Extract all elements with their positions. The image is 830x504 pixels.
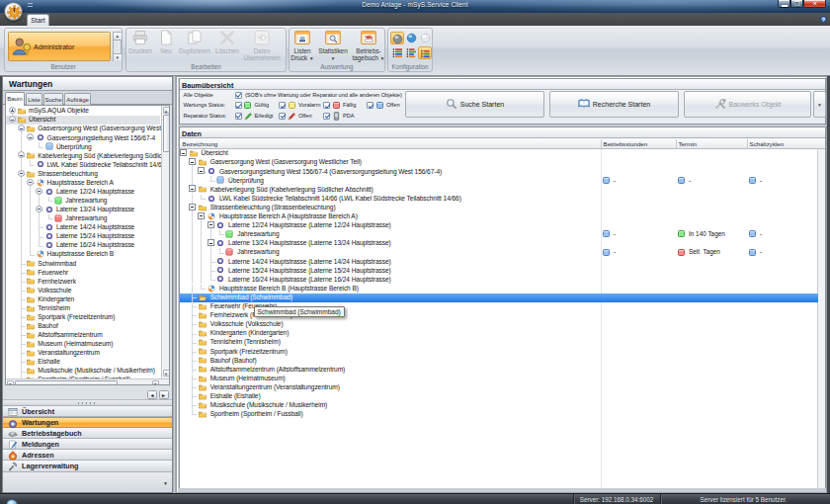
checkbox-pda[interactable] [323,113,330,120]
collapse-icon[interactable] [27,133,34,140]
left-tree-row[interactable]: Überprüfung [6,142,169,151]
left-tree-row[interactable]: Sportpark (Freizeitzentrum) [6,313,169,322]
checkbox-offen[interactable] [279,113,286,120]
sidebar-item-wartungen[interactable]: Wartungen [3,417,172,428]
left-tree-row[interactable]: Gasversorgungsleitung West 156/67-4 [6,133,169,142]
collapse-icon[interactable] [189,158,196,165]
config-button-sphere-light[interactable] [418,32,432,44]
left-tree-row[interactable]: Museum (Heimatmuseum) [6,340,169,349]
ribbon-button-duplizieren[interactable]: Duplizieren [174,29,215,66]
tree-horizontal-scrollbar[interactable]: ◄ ::: ► [6,378,170,385]
ribbon-button-statistiken[interactable]: Statistiken▼ [314,29,352,66]
user-administrator-button[interactable]: Administrator [8,32,111,61]
table-row[interactable]: Überprüfung--- [180,176,825,185]
config-button-sphere-blue[interactable] [404,32,418,44]
scroll-right-icon[interactable]: ► [152,380,159,386]
action-bauwerks-objekt[interactable]: Bauwerks Objekt [684,91,811,118]
scroll-down-icon[interactable]: ▼ [114,53,122,61]
table-row[interactable]: Museum (Heimatmuseum) [180,375,825,383]
minimize-button[interactable]: ▬ [778,0,790,8]
left-tree-row[interactable]: Laterne 13/24 Hauptstrasse [6,206,169,214]
tree-prev-button[interactable]: ◄ [147,390,157,399]
table-row[interactable]: Sportheim (Sportheim / Fussball) [180,410,825,419]
collapse-icon[interactable] [198,212,205,219]
table-row[interactable]: Altstoffsammelzentrum (Altstoffsammelzen… [180,365,825,374]
table-row[interactable]: Bauhof (Bauhof) [180,356,825,365]
left-tree-row[interactable]: Tennisheim [6,304,169,313]
table-row[interactable]: Hauptstrasse Bereich A (Hauptstrasse Ber… [180,212,825,221]
collapse-icon[interactable] [18,170,25,177]
left-tree-row[interactable]: Laterne 16/24 Hauptstrasse [6,241,169,250]
application-button[interactable] [4,2,23,21]
table-row[interactable]: Volksschule (Volksschule) [180,320,825,329]
column-schaltzyklen[interactable]: Schaltzyklen [750,140,785,147]
collapse-icon[interactable] [36,188,42,195]
table-row[interactable]: Veranstaltungzentrum (Veranstaltungzentr… [180,383,825,392]
left-tree-row[interactable]: Laterne 15/24 Hauptstrasse [6,232,169,241]
scroll-up-icon[interactable]: ▲ [163,107,170,114]
table-row[interactable]: Laterne 13/24 Hauptstrasse (Laterne 13/2… [180,239,825,248]
checkbox-voralarm[interactable] [279,102,286,109]
close-button[interactable]: ✕ [803,0,826,8]
scroll-down-icon[interactable]: ▼ [163,370,170,377]
collapse-icon[interactable] [208,221,214,228]
ribbon-button-l-schen[interactable]: Löschen [210,29,244,66]
table-row[interactable]: Tennisheim (Tennisheim) [180,338,825,347]
left-tree-row[interactable]: Hauptstrasse Bereich A [6,179,169,188]
checkbox-erledigt[interactable] [235,113,242,120]
left-tree-row[interactable]: Fernheizwerk [6,277,169,286]
left-tree-row[interactable]: Schwimmbad [6,259,169,268]
table-row[interactable]: Kindergarten (Kindergarten) [180,329,825,338]
tab-start[interactable]: Start [27,14,49,26]
table-row[interactable]: Eishalle (Eishalle) [180,392,825,401]
action-suche-starten[interactable]: Suche Starten [405,91,544,118]
table-row[interactable]: LWL Kabel Südstrecke Teilabschnitt 14/66… [180,195,825,204]
left-tree-row[interactable]: Bauhof [6,322,169,331]
left-tree-row[interactable]: Volksschule [6,286,169,294]
table-row[interactable]: Laterne 15/24 Hauptstrasse (Laterne 15/2… [180,266,825,275]
table-row[interactable]: Musikschule (Musikschule / Musikerheim) [180,401,825,410]
left-tree-row[interactable]: Hauptstrasse Bereich B [6,250,169,259]
column-termin[interactable]: Termin [679,140,698,147]
checkbox-fällig[interactable] [323,102,330,109]
ribbon-button-daten[interactable]: DatenÜbernehmen [240,29,284,66]
left-tree-row[interactable]: Altstoffsammelzentrum [6,331,169,340]
left-tree-row[interactable]: Feuerwehr [6,268,169,277]
help-icon[interactable]: ? [820,16,827,23]
collapse-icon[interactable] [18,125,25,131]
collapse-icon[interactable] [189,185,196,192]
checkbox-offen[interactable] [367,102,374,109]
table-row[interactable]: Hauptstrasse Bereich B (Hauptstrasse Ber… [180,285,825,294]
sidebar-item-betriebstagebuch[interactable]: Betriebstagebuch [3,428,172,439]
tab-auftrge[interactable]: Aufträge [64,93,91,105]
left-tree-row[interactable]: Laterne 12/24 Hauptstrasse [6,188,169,197]
table-row[interactable]: Jahreswartung-Seit Tagen- [180,248,825,257]
left-tree-row[interactable]: Gasversorgung West (Gasversorgung Westli… [6,125,169,133]
table-row[interactable]: Laterne 12/24 Hauptstrasse (Laterne 12/2… [180,221,825,230]
sidebar-item-adressen[interactable]: Adressen [3,450,172,461]
checkbox-gültig[interactable] [235,102,242,109]
config-button-sphere-gray[interactable] [390,32,404,44]
left-tree-row[interactable]: Eishalle [6,358,169,367]
left-tree-row[interactable]: Jahreswartung [6,197,169,206]
expand-icon[interactable] [9,107,16,114]
tree-vertical-scrollbar[interactable]: ▲ ▼ [161,106,170,378]
table-row[interactable]: Kabelverlegung Süd (Kabelverlegung Südli… [180,185,825,194]
table-row[interactable]: Schwimmbad (Schwimmbad) [180,294,825,302]
left-tree-row[interactable]: Kabelverlegung Süd (Kabelverlegung Südli… [6,151,169,160]
left-tree-row[interactable]: Musikschule (Musikschule / Musikerheim) [6,367,169,376]
sidebar-item-bersicht[interactable]: Übersicht [3,406,172,417]
checkbox-alle-objekte[interactable] [235,92,242,99]
left-tree-row[interactable]: Strassenbeleuchtung [6,169,169,178]
nav-splitter[interactable] [3,399,172,406]
sidebar-item-meldungen[interactable]: Meldungen [3,439,172,450]
user-list-scrollbar[interactable]: ▲ ▼ [113,32,122,61]
table-row[interactable]: Laterne 16/24 Hauptstrasse (Laterne 16/2… [180,275,825,284]
table-row[interactable]: Strassenbeleuchtung (Strassenbeleuchtung… [180,204,825,212]
column-bezeichnung[interactable]: Bezeichnung [183,140,218,147]
column-betriebsstunden[interactable]: Betriebsstunden [604,140,648,147]
vertical-scroll-thumb[interactable] [163,115,170,152]
table-row[interactable]: Sportpark (Freizeitzentrum) [180,347,825,356]
ribbon-button-betriebs-[interactable]: Betriebs-tagebuch ▼ [350,29,387,66]
sidebar-item-lagerverwaltung[interactable]: Lagerverwaltung [3,461,172,471]
